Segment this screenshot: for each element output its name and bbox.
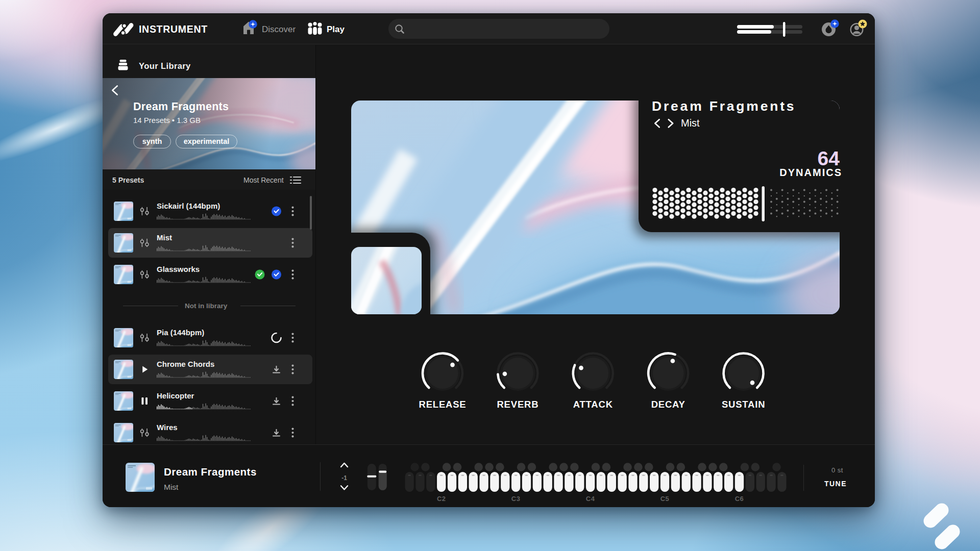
svg-text:ATTACK: ATTACK [573,399,613,410]
svg-text:C3: C3 [511,495,521,503]
svg-text:SUSTAIN: SUSTAIN [722,399,765,410]
svg-text:C6: C6 [735,495,744,503]
svg-text:C2: C2 [437,495,446,503]
svg-text:DECAY: DECAY [651,399,685,410]
svg-text:REVERB: REVERB [497,399,538,410]
svg-text:C4: C4 [586,495,595,503]
svg-text:RELEASE: RELEASE [419,399,467,410]
svg-text:C5: C5 [660,495,670,503]
